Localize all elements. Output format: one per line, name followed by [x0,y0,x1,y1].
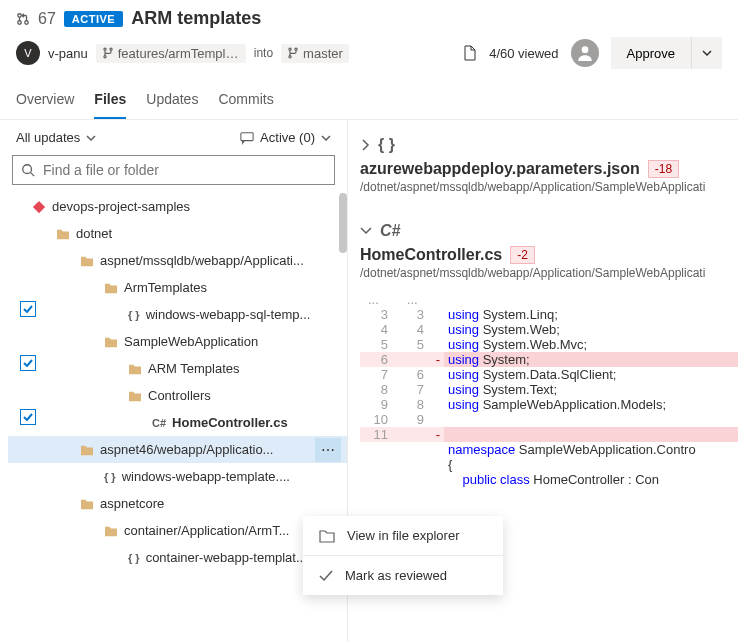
svg-point-1 [18,20,22,24]
collapse-chevron[interactable] [360,227,372,235]
check-icon [319,570,333,582]
svg-point-3 [104,48,106,50]
tree-file[interactable]: { } container-webapp-templat... [8,544,347,571]
pr-title: ARM templates [131,8,261,29]
tree-file[interactable]: C# HomeController.cs [8,409,347,436]
svg-rect-10 [241,132,253,140]
reviewer-icon[interactable] [571,39,599,67]
search-box[interactable] [12,155,335,185]
tree-folder[interactable]: container/Application/ArmT... [8,517,347,544]
approve-dropdown[interactable] [691,37,722,69]
json-file-icon: { } [128,552,140,564]
context-menu: View in file explorer Mark as reviewed [303,516,503,595]
avatar[interactable]: V [16,41,40,65]
file-icon [463,45,477,61]
csharp-file-icon: C# [152,417,166,429]
folder-icon [104,336,118,348]
tree-folder[interactable]: ArmTemplates [8,274,347,301]
view-in-explorer-item[interactable]: View in file explorer [303,516,503,555]
tab-files[interactable]: Files [94,81,126,119]
file-block: { } azurewebappdeploy.parameters.json -1… [360,132,738,194]
more-actions-button[interactable]: ⋯ [315,438,341,462]
file-tree: devops-project-samples dotnet aspnet/mss… [0,193,347,642]
mark-reviewed-item[interactable]: Mark as reviewed [303,556,503,595]
svg-point-7 [295,48,297,50]
tab-commits[interactable]: Commits [218,81,273,119]
svg-point-8 [289,56,291,58]
folder-icon [56,228,70,240]
tree-folder[interactable]: SampleWebApplication [8,328,347,355]
tree-file[interactable]: { } windows-webapp-sql-temp... [8,301,347,328]
branch-icon [102,47,114,59]
chevron-down-icon [321,135,331,141]
folder-icon [319,529,335,543]
approve-button[interactable]: Approve [611,37,691,69]
status-badge: ACTIVE [64,11,123,27]
pull-request-icon [16,12,30,26]
folder-icon [80,444,94,456]
file-path: /dotnet/aspnet/mssqldb/webapp/Applicatio… [360,180,738,194]
expand-chevron[interactable] [360,139,370,151]
folder-icon [80,255,94,267]
tree-folder[interactable]: aspnet46/webapp/Applicatio... [8,436,347,463]
branch-icon [287,47,299,59]
tree-folder[interactable]: ARM Templates [8,355,347,382]
svg-point-11 [23,165,32,174]
diff-stat: -18 [648,160,679,178]
folder-icon [104,282,118,294]
file-path: /dotnet/aspnet/mssqldb/webapp/Applicatio… [360,266,738,280]
tree-folder[interactable]: aspnet/mssqldb/webapp/Applicati... [8,247,347,274]
tab-updates[interactable]: Updates [146,81,198,119]
comments-filter[interactable]: Active (0) [240,130,331,145]
svg-point-9 [581,46,588,53]
tree-folder[interactable]: aspnetcore [8,490,347,517]
json-file-icon: { } [128,309,140,321]
viewed-count: 4/60 viewed [489,46,558,61]
source-branch[interactable]: features/armTemplat... [96,44,246,63]
diff-stat: -2 [510,246,535,264]
code-diff: ...... 33using System.Linq; 44using Syst… [360,292,738,487]
folder-icon [128,363,142,375]
file-title[interactable]: azurewebappdeploy.parameters.json [360,160,640,178]
tree-folder[interactable]: Controllers [8,382,347,409]
file-type-badge: { } [378,136,395,154]
tree-file[interactable]: { } windows-webapp-template.... [8,463,347,490]
folder-icon [104,525,118,537]
repo-icon [32,200,46,214]
chevron-down-icon [86,135,96,141]
folder-icon [128,390,142,402]
tab-bar: Overview Files Updates Commits [0,81,738,120]
folder-icon [80,498,94,510]
tree-root[interactable]: devops-project-samples [8,193,347,220]
svg-point-4 [110,48,112,50]
updates-filter[interactable]: All updates [16,130,96,145]
into-label: into [254,46,273,60]
pr-number: 67 [38,10,56,28]
comment-icon [240,131,254,145]
username[interactable]: v-panu [48,46,88,61]
json-file-icon: { } [104,471,116,483]
chevron-down-icon [702,50,712,56]
file-block: C# HomeController.cs -2 /dotnet/aspnet/m… [360,218,738,487]
svg-point-2 [25,20,29,24]
svg-point-6 [289,48,291,50]
search-input[interactable] [43,162,326,178]
search-icon [21,163,35,177]
svg-point-5 [104,56,106,58]
tree-folder[interactable]: dotnet [8,220,347,247]
file-type-badge: C# [380,222,400,240]
svg-point-0 [18,13,22,17]
target-branch[interactable]: master [281,44,349,63]
file-title[interactable]: HomeController.cs [360,246,502,264]
tab-overview[interactable]: Overview [16,81,74,119]
